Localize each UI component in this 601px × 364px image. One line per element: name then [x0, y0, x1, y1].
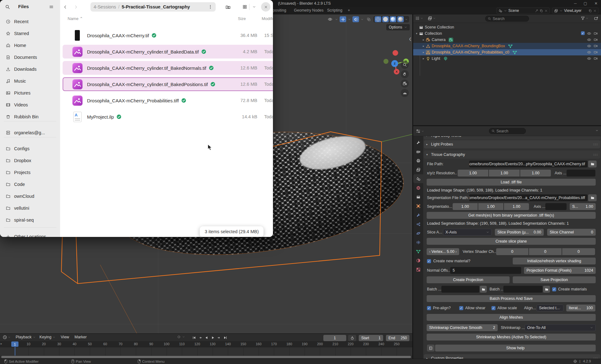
prealign-checkbox[interactable]: ✓Pre-align? [427, 304, 451, 312]
gizmo-axis-negative-x[interactable] [393, 50, 398, 56]
next-keyframe-button[interactable] [216, 335, 222, 341]
camera-view-icon[interactable] [401, 79, 409, 88]
batch-process-button[interactable]: Batch Process And Save [427, 295, 596, 302]
menu-playback[interactable]: Playback [16, 335, 36, 339]
visibility-dropdown[interactable] [327, 16, 333, 22]
previous-keyframe-button[interactable] [197, 335, 203, 341]
properties-options-chevron[interactable] [595, 129, 598, 132]
hide-viewport-icon[interactable] [587, 44, 591, 48]
new-collection-button[interactable] [594, 16, 598, 21]
align-meshes-button[interactable]: Align Meshes [427, 314, 596, 321]
properties-tab-material[interactable] [413, 256, 423, 265]
properties-tab-tool[interactable] [413, 138, 423, 147]
vertex-shader-ch3-field[interactable]: 0 [562, 248, 595, 255]
show-overlays-toggle[interactable] [352, 16, 359, 22]
sidebar-item-recent[interactable]: Recent [2, 16, 58, 27]
hide-viewport-icon[interactable] [587, 31, 591, 36]
properties-tab-output[interactable] [413, 156, 423, 165]
frame-end-field[interactable]: End250 [386, 335, 409, 341]
vertex-shader-ch1-field[interactable]: 0 [496, 248, 528, 255]
ortho-grid-icon[interactable] [401, 89, 409, 97]
current-frame-field[interactable]: 1 [323, 335, 346, 341]
timeline-ruler[interactable]: 1020304050607080901001101201301401501601… [0, 341, 412, 347]
grid-view-icon[interactable] [241, 3, 249, 11]
workspace-tab--[interactable]: + [348, 8, 350, 13]
filter-dropdown[interactable] [581, 16, 588, 20]
chevron-down-icon[interactable] [405, 18, 408, 21]
xray-toggle[interactable] [365, 16, 372, 22]
chevron-down-icon[interactable] [335, 18, 338, 21]
hide-viewport-icon[interactable] [587, 56, 591, 61]
workspace-tab-geometry-nodes[interactable]: Geometry Nodes [294, 8, 323, 13]
collection-checkbox[interactable]: ✓ [581, 31, 585, 35]
search-icon[interactable] [4, 3, 11, 11]
gizmo-axis-x[interactable]: X [394, 69, 399, 74]
close-window-button[interactable] [261, 2, 270, 12]
menu-keying[interactable]: Keying [39, 335, 55, 339]
sidebar-item-vellutini[interactable]: vellutini [2, 203, 58, 214]
chevron-down-icon[interactable] [361, 18, 364, 21]
disable-render-icon[interactable] [593, 31, 598, 36]
seg-axis-field[interactable] [545, 203, 567, 210]
sidebar-item-owncloud[interactable]: ownCloud [2, 191, 58, 202]
forward-button[interactable] [72, 3, 80, 11]
outliner-row-light[interactable]: ▸Light [413, 55, 601, 62]
segmentation-path-field[interactable]: /home/bruno/Dropbox/Events/20...a_CAAX-m… [469, 194, 588, 201]
current-frame-marker[interactable]: 1 [11, 341, 18, 347]
outliner-row-collection[interactable]: ▾Collection✓ [413, 30, 601, 37]
sidebar-item-dropbox[interactable]: Dropbox [2, 155, 58, 166]
iterations-field[interactable]: Iterat...100 [566, 305, 595, 311]
normal-offset-field[interactable]: 5 [450, 267, 521, 274]
pan-tool-icon[interactable] [401, 70, 409, 78]
disable-render-icon[interactable] [593, 50, 598, 54]
disable-render-icon[interactable] [593, 44, 598, 48]
close-button[interactable]: ✕ [593, 1, 598, 6]
batch-output-field[interactable] [503, 286, 542, 293]
show-gizmo-toggle[interactable] [340, 16, 346, 22]
properties-tab-scene[interactable] [413, 174, 423, 183]
jump-to-start-button[interactable] [191, 335, 197, 341]
timeline-type-dropdown[interactable] [3, 335, 11, 340]
sidebar-item-downloads[interactable]: Downloads [2, 64, 58, 75]
jump-to-end-button[interactable] [222, 335, 228, 341]
hide-viewport-icon[interactable] [587, 38, 591, 42]
get-mesh-button[interactable]: Get mesh(es) from binary segmentation .t… [427, 212, 596, 219]
hamburger-menu-icon[interactable] [48, 3, 55, 11]
maximize-button[interactable]: ▢ [583, 1, 588, 6]
seg-scale-field[interactable]: S...1.00 [570, 203, 596, 210]
file-row-drosophila-caax-mcherry-cylinder-tif-bak[interactable]: Drosophila_CAAX-mCherry_cylinder.tif_Bak… [63, 77, 273, 91]
sidebar-item-music[interactable]: Music [2, 75, 58, 87]
column-header-name[interactable]: Name ⌃ [68, 16, 83, 21]
pin-icon[interactable] [535, 9, 538, 13]
play-reverse-button[interactable] [203, 335, 209, 341]
allow-shear-checkbox[interactable]: ✓Allow shear [459, 304, 485, 312]
properties-tab-data[interactable] [413, 247, 423, 256]
properties-search-input[interactable]: Search [489, 128, 526, 134]
properties-tab-texture[interactable] [413, 265, 423, 274]
batch-input-browse-button[interactable] [480, 286, 487, 293]
gizmo-axis-z[interactable]: Z [391, 60, 398, 67]
outliner-row-scene-collection[interactable]: Scene Collection [413, 24, 601, 30]
section-rigid-body-world[interactable]: ▸Rigid Body World [424, 136, 600, 140]
properties-type-dropdown[interactable] [416, 129, 424, 134]
batch-input-field[interactable] [441, 286, 479, 293]
search-folder-icon[interactable] [224, 3, 232, 11]
sidebar-item-other-locations[interactable]: Other Locations [2, 231, 58, 237]
options-dropdown[interactable]: Options [386, 24, 410, 30]
allow-scale-checkbox[interactable]: ✓Allow scale [491, 304, 517, 312]
shrinkwrap-dropdown[interactable]: One-To-All [525, 324, 596, 331]
file-row-drosophila-caax-mcherry-tif[interactable]: Drosophila_CAAX-mCherry.tif36.4 MB15 Sep [63, 28, 273, 42]
resolution-z-field[interactable]: 1.00 [520, 170, 551, 177]
seg-resolution-x-field[interactable]: 1.00 [453, 203, 478, 210]
sidebar-item-videos[interactable]: Videos [2, 99, 58, 110]
outliner-row-drosophila-caax-mcherry-boundingbox[interactable]: ▸Drosophila_CAAX-mCherry_BoundingBox [413, 43, 601, 49]
sidebar-item-organelas-g-[interactable]: organelas@g... [2, 127, 58, 138]
resolution-y-field[interactable]: 1.00 [489, 170, 520, 177]
remove-viewlayer-icon[interactable] [593, 9, 597, 13]
gizmo-axis-negative-y[interactable] [383, 59, 388, 64]
sidebar-item-home[interactable]: Home [2, 40, 58, 51]
stopwatch-icon[interactable] [348, 335, 356, 341]
create-new-material-checkbox[interactable]: ✓Create new material? [427, 257, 470, 265]
properties-tab-object[interactable] [413, 202, 423, 210]
file-row-drosophila-caax-mcherry-cylinder-tif-bak[interactable]: Drosophila_CAAX-mCherry_cylinder.tif_Bak… [63, 45, 273, 59]
